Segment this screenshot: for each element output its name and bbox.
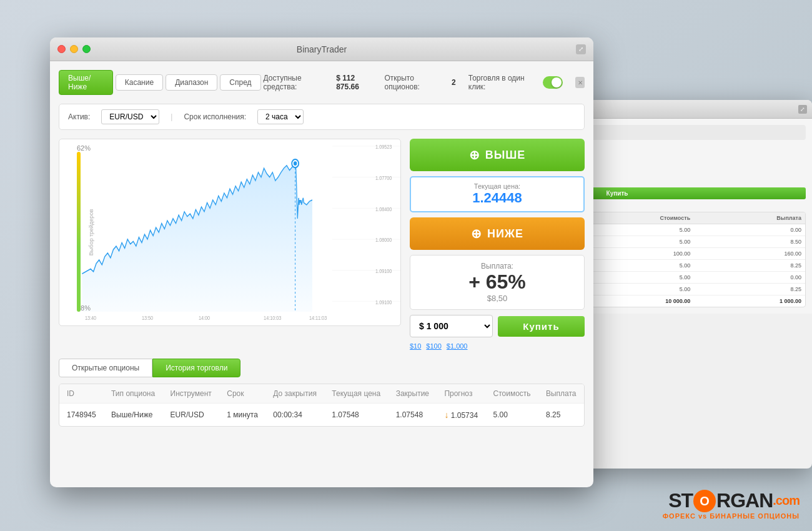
window-title: BinaryTrader: [297, 44, 347, 54]
trade-table: ID Тип опциона Инструмент Срок До закрыт…: [59, 384, 584, 426]
available-value: $ 112 875.66: [336, 74, 372, 91]
trade-time-left: 00:00:34: [265, 404, 324, 427]
brand-logo: ST O RGAN .com: [668, 489, 800, 512]
open-options-label: Открыто опционов:: [384, 74, 439, 91]
trading-area: 62% 38% Выбор трейдеров 1.09523 1.07: [59, 139, 585, 350]
col-time-left: До закрытия: [265, 384, 324, 404]
traffic-lights: [57, 45, 91, 53]
btn-up[interactable]: ⊕ ВЫШЕ: [410, 139, 585, 171]
titlebar: BinaryTrader ⤢: [50, 37, 593, 61]
svg-text:1.08400: 1.08400: [375, 206, 392, 212]
col-type: Тип опциона: [104, 384, 163, 404]
col-forecast: Прогноз: [437, 384, 485, 404]
amount-select[interactable]: $ 1 000: [410, 315, 493, 337]
brand-rgan: RGAN: [716, 489, 773, 512]
trade-id: 1748945: [59, 404, 104, 427]
tab-touch[interactable]: Касание: [116, 74, 163, 91]
one-click-toggle[interactable]: [543, 76, 563, 89]
up-plus-icon: ⊕: [469, 147, 480, 162]
btn-down[interactable]: ⊕ НИЖЕ: [410, 217, 585, 250]
current-price-label: Текущая цена:: [418, 182, 576, 190]
expiry-label: Срок исполнения:: [184, 112, 246, 121]
right-panel: ⊕ ВЫШЕ Текущая цена: 1.24448 ⊕ НИЖЕ Выпл…: [410, 139, 585, 350]
brand-circle: O: [693, 490, 716, 512]
divider: |: [171, 112, 172, 121]
payout-usd: $8,50: [419, 294, 575, 303]
tab-bar: Выше/Ниже Касание Диапазон Спред Доступн…: [59, 70, 585, 95]
trade-instrument: EUR/USD: [163, 404, 220, 427]
watermark: ST O RGAN .com ФОРЕКС vs БИНАРНЫЕ ОПЦИОН…: [663, 489, 800, 520]
svg-text:14:00: 14:00: [199, 315, 210, 322]
expand-button[interactable]: ⤢: [576, 44, 586, 54]
top-info-bar: Доступные средства: $ 112 875.66 Открыто…: [264, 74, 585, 91]
bottom-tabs: Открытые опционы История торговли: [59, 359, 585, 377]
svg-text:14:10:03: 14:10:03: [264, 315, 282, 322]
table-row: 1748945 Выше/Ниже EUR/USD 1 минута 00:00…: [59, 404, 584, 427]
trade-table-wrapper: ID Тип опциона Инструмент Срок До закрыт…: [59, 384, 585, 427]
close-button[interactable]: [57, 45, 66, 53]
back-col-payout: Выплата: [694, 212, 805, 224]
btn-up-label: ВЫШЕ: [485, 149, 526, 162]
svg-text:1.08000: 1.08000: [375, 237, 392, 244]
one-click-label: Торговля в один клик:: [468, 74, 530, 91]
chart-svg: 1.09523 1.07700 1.08400 1.08000 1.09100 …: [59, 139, 400, 325]
trade-forecast: ↓ 1.05734: [437, 404, 485, 427]
quick-100[interactable]: $100: [426, 342, 441, 350]
chart-pct-top: 62%: [77, 144, 91, 152]
brand-sub: ФОРЕКС vs БИНАРНЫЕ ОПЦИОНЫ: [663, 512, 800, 520]
tab-trade-history[interactable]: История торговли: [152, 359, 240, 377]
col-id: ID: [59, 384, 104, 404]
brand-st: ST: [668, 489, 693, 512]
tab-above-below[interactable]: Выше/Ниже: [59, 70, 113, 95]
col-close: Закрытие: [389, 384, 437, 404]
forecast-arrow: ↓: [444, 410, 448, 420]
chart-container: 62% 38% Выбор трейдеров 1.09523 1.07: [59, 139, 401, 326]
btn-down-label: НИЖЕ: [487, 227, 523, 241]
payout-pct: + 65%: [419, 270, 575, 294]
svg-text:13:40: 13:40: [85, 315, 97, 322]
current-price-value: 1.24448: [418, 190, 576, 206]
payout-label: Выплата:: [419, 262, 575, 270]
indicator-bar: [77, 152, 81, 312]
col-payout: Выплата: [538, 384, 584, 404]
app-content: Выше/Ниже Касание Диапазон Спред Доступн…: [50, 61, 593, 435]
asset-bar: Актив: EUR/USD | Срок исполнения: 2 часа: [59, 104, 585, 130]
back-expand-button[interactable]: ⤢: [798, 105, 807, 114]
trade-type: Выше/Ниже: [104, 404, 163, 427]
payout-box: Выплата: + 65% $8,50: [410, 255, 585, 310]
expiry-select[interactable]: 2 часа: [257, 109, 304, 124]
trade-expiry: 1 минута: [219, 404, 265, 427]
buy-button[interactable]: Купить: [498, 316, 585, 337]
svg-text:1.09100: 1.09100: [375, 268, 392, 274]
trade-table-header: ID Тип опциона Инструмент Срок До закрыт…: [59, 384, 584, 404]
toggle-close[interactable]: ✕: [575, 77, 585, 88]
open-options-value: 2: [452, 78, 456, 87]
quick-10[interactable]: $10: [410, 342, 421, 350]
trade-payout: 8.25: [538, 404, 584, 427]
col-instrument: Инструмент: [163, 384, 220, 404]
amount-row: $ 1 000 Купить: [410, 315, 585, 337]
trade-close: 1.07548: [389, 404, 437, 427]
svg-text:1.07700: 1.07700: [375, 175, 392, 181]
asset-label: Актив:: [68, 112, 90, 121]
trade-current-price: 1.07548: [324, 404, 388, 427]
col-cost: Стоимость: [485, 384, 538, 404]
svg-text:1.09523: 1.09523: [375, 144, 392, 151]
tab-spread[interactable]: Спред: [220, 74, 260, 91]
asset-select[interactable]: EUR/USD: [101, 109, 159, 124]
maximize-button[interactable]: [82, 45, 91, 53]
svg-text:13:50: 13:50: [142, 315, 154, 322]
down-plus-icon: ⊕: [471, 226, 482, 241]
svg-text:1.09100: 1.09100: [375, 299, 392, 305]
current-price-box: Текущая цена: 1.24448: [410, 176, 585, 212]
traders-label: Выбор трейдеров: [88, 209, 94, 256]
quick-amounts: $10 $100 $1,000: [410, 342, 585, 350]
minimize-button[interactable]: [70, 45, 78, 53]
window-main: BinaryTrader ⤢ Выше/Ниже Касание Диапазо…: [50, 37, 593, 487]
trade-cost: 5.00: [485, 404, 538, 427]
tab-open-options[interactable]: Открытые опционы: [59, 359, 152, 377]
available-label: Доступные средства:: [264, 74, 324, 91]
tab-range[interactable]: Диапазон: [166, 74, 217, 91]
quick-1000[interactable]: $1,000: [447, 342, 468, 350]
col-expiry: Срок: [219, 384, 265, 404]
